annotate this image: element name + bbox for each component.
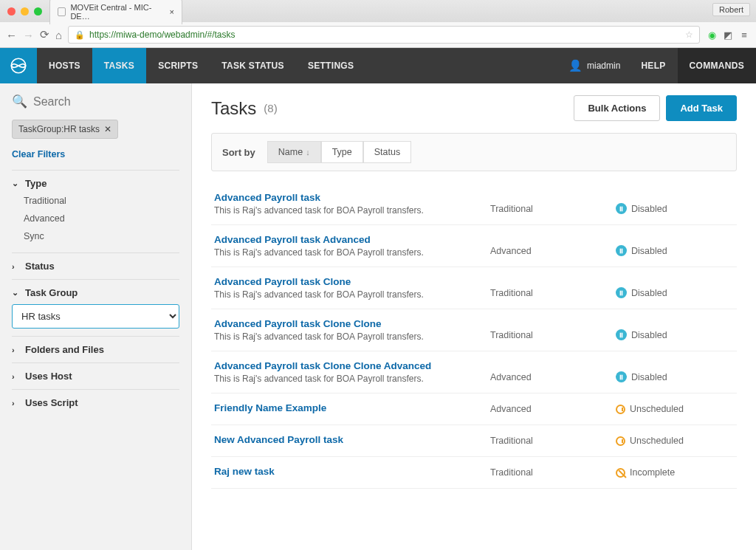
task-list: Advanced Payroll taskThis is Raj's advan… (211, 183, 737, 489)
task-title-link[interactable]: Advanced Payroll task Clone Clone (214, 318, 483, 329)
task-status: ⏸Disabled (616, 329, 734, 342)
sort-bar: Sort by Name↓TypeStatus (211, 133, 737, 171)
task-row: Advanced Payroll taskThis is Raj's advan… (211, 183, 737, 225)
forward-icon[interactable]: → (23, 29, 34, 41)
extension-icon-2[interactable]: ◩ (722, 30, 734, 41)
task-row: Raj new taskTraditionalIncomplete (211, 457, 737, 489)
task-status: Unscheduled (616, 436, 734, 447)
browser-action-icons: ◉ ◩ ≡ (706, 30, 750, 41)
user-icon: 👤 (568, 59, 583, 72)
task-title-link[interactable]: Advanced Payroll task (214, 192, 483, 203)
nav-user[interactable]: 👤 miadmin (560, 48, 629, 83)
nav-item-tasks[interactable]: TASKS (92, 48, 146, 83)
status-disabled-icon: ⏸ (616, 203, 627, 214)
menu-icon[interactable]: ≡ (738, 30, 750, 41)
sort-button-name[interactable]: Name↓ (267, 141, 321, 163)
task-title-link[interactable]: Raj new task (214, 466, 483, 477)
task-row: Advanced Payroll task CloneThis is Raj's… (211, 267, 737, 309)
page-header: Tasks (8) Bulk Actions Add Task (211, 95, 737, 121)
task-type: Traditional (490, 467, 608, 479)
task-status-text: Incomplete (630, 467, 675, 478)
back-icon[interactable]: ← (6, 29, 17, 41)
chevron-right-icon: › (12, 262, 21, 271)
task-title-link[interactable]: Advanced Payroll task Advanced (214, 234, 483, 245)
browser-tab[interactable]: MOVEit Central - MIC-DE… × (49, 0, 182, 24)
facet-label: Type (25, 178, 47, 189)
search-input[interactable] (33, 95, 179, 109)
status-disabled-icon: ⏸ (616, 371, 627, 382)
task-title-link[interactable]: Friendly Name Example (214, 402, 483, 413)
facet-folders-header[interactable]: › Folders and Files (12, 344, 179, 355)
task-title-link[interactable]: New Advanced Payroll task (214, 434, 483, 445)
nav-item-hosts[interactable]: HOSTS (37, 48, 92, 83)
task-group-select[interactable]: HR tasks (12, 304, 179, 329)
facet-folders: › Folders and Files (12, 336, 179, 362)
url-field[interactable]: 🔒 https://miwa-demo/webadmin/#/tasks ☆ (68, 26, 700, 44)
nav-commands[interactable]: COMMANDS (678, 48, 756, 83)
clear-filters-link[interactable]: Clear Filters (12, 149, 179, 159)
task-status: ⏸Disabled (616, 371, 734, 384)
maximize-window-icon[interactable] (34, 7, 42, 16)
task-status-text: Unscheduled (630, 436, 684, 446)
task-status: Incomplete (616, 467, 734, 479)
close-icon[interactable]: ✕ (104, 124, 111, 134)
page-title: Tasks (211, 98, 256, 119)
nav-item-task-status[interactable]: TASK STATUS (210, 48, 296, 83)
task-description: This is Raj's advanced task for BOA Payr… (214, 205, 483, 216)
nav-help[interactable]: HELP (629, 48, 677, 83)
facet-type-item[interactable]: Advanced (24, 210, 179, 227)
facet-type-header[interactable]: ⌄ Type (12, 178, 179, 189)
app-logo[interactable] (0, 48, 37, 83)
facet-type-item[interactable]: Sync (24, 227, 179, 245)
chevron-down-icon: ⌄ (12, 179, 21, 188)
facet-status: › Status (12, 252, 179, 279)
chevron-right-icon: › (12, 346, 21, 354)
page-count: (8) (264, 102, 277, 114)
task-title-link[interactable]: Advanced Payroll task Clone (214, 276, 483, 287)
reload-icon[interactable]: ⟳ (40, 28, 49, 41)
bulk-actions-button[interactable]: Bulk Actions (574, 95, 660, 121)
facet-uses-host-header[interactable]: › Uses Host (12, 371, 179, 382)
task-type: Traditional (490, 204, 608, 216)
task-title-link[interactable]: Advanced Payroll task Clone Clone Advanc… (214, 360, 483, 371)
tab-title: MOVEit Central - MIC-DE… (70, 3, 165, 21)
window-controls[interactable] (7, 7, 42, 16)
task-row: Advanced Payroll task Clone Clone Advanc… (211, 351, 737, 393)
nav-item-settings[interactable]: SETTINGS (296, 48, 365, 83)
add-task-button[interactable]: Add Task (666, 95, 737, 121)
sort-button-type[interactable]: Type (321, 141, 363, 163)
facet-uses-script-header[interactable]: › Uses Script (12, 397, 179, 408)
task-type: Advanced (490, 246, 608, 258)
nav-item-scripts[interactable]: SCRIPTS (146, 48, 210, 83)
lock-icon: 🔒 (75, 30, 85, 40)
task-description: This is Raj's advanced task for BOA Payr… (214, 247, 483, 258)
browser-chrome: MOVEit Central - MIC-DE… × Robert ← → ⟳ … (0, 0, 756, 48)
star-icon[interactable]: ☆ (685, 30, 693, 40)
task-status: Unscheduled (616, 404, 734, 416)
task-row: Advanced Payroll task AdvancedThis is Ra… (211, 225, 737, 267)
tab-close-icon[interactable]: × (170, 7, 174, 16)
close-window-icon[interactable] (7, 7, 16, 16)
status-disabled-icon: ⏸ (616, 329, 627, 340)
task-row: New Advanced Payroll taskTraditionalUnsc… (211, 425, 737, 457)
extension-icon[interactable]: ◉ (706, 30, 718, 41)
profile-chip[interactable]: Robert (712, 3, 750, 16)
task-status: ⏸Disabled (616, 203, 734, 216)
url-text: https://miwa-demo/webadmin/#/tasks (89, 30, 235, 40)
chevron-right-icon: › (12, 399, 21, 408)
task-description: This is Raj's advanced task for BOA Payr… (214, 374, 483, 384)
facet-type-item[interactable]: Traditional (24, 192, 179, 210)
facet-uses-script: › Uses Script (12, 389, 179, 416)
content-area: Tasks (8) Bulk Actions Add Task Sort by … (192, 83, 756, 550)
sort-button-status[interactable]: Status (363, 141, 411, 163)
task-status-text: Disabled (631, 204, 667, 214)
facet-status-header[interactable]: › Status (12, 261, 179, 272)
facet-task-group-header[interactable]: ⌄ Task Group (12, 287, 179, 298)
status-unscheduled-icon (616, 405, 625, 414)
filter-chip[interactable]: TaskGroup:HR tasks ✕ (12, 120, 118, 139)
home-icon[interactable]: ⌂ (55, 29, 62, 41)
status-disabled-icon: ⏸ (616, 245, 627, 256)
task-description: This is Raj's advanced task for BOA Payr… (214, 289, 483, 300)
address-bar: ← → ⟳ ⌂ 🔒 https://miwa-demo/webadmin/#/t… (0, 22, 756, 47)
minimize-window-icon[interactable] (21, 7, 29, 16)
